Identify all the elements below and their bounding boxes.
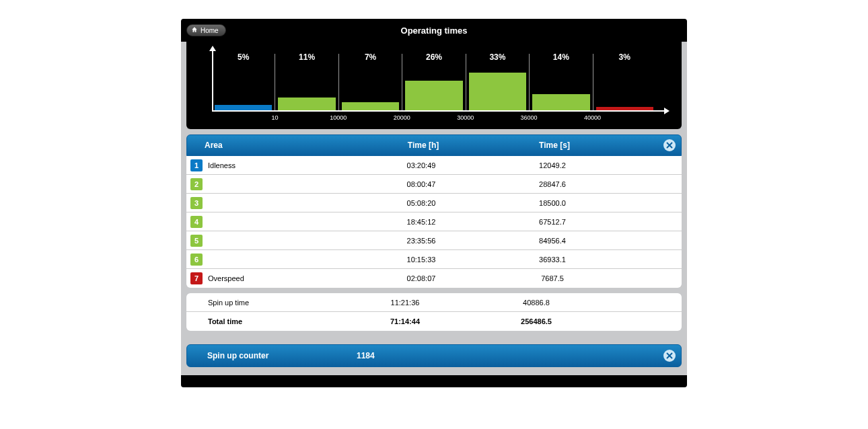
x-tick-label: 30000: [456, 114, 475, 121]
summary-row-total: Total time 71:14:44 256486.5: [186, 312, 682, 331]
spinup-time-h: 11:21:36: [341, 299, 469, 307]
header-area: Area: [205, 141, 359, 150]
counter-label: Spin up counter: [207, 351, 357, 360]
bar-fill: [342, 102, 399, 110]
total-label: Total time: [207, 317, 341, 325]
area-badge: 7: [190, 272, 203, 284]
bar-percent-label: 33%: [466, 52, 529, 62]
bar-fill: [215, 105, 272, 111]
row-time-h: 03:20:49: [357, 161, 485, 169]
header-time-s: Time [s]: [487, 141, 622, 150]
x-tick-label: 36000: [519, 114, 538, 121]
area-badge: 4: [190, 216, 203, 228]
row-time-s: 28847.6: [485, 180, 620, 188]
x-tick-label: 10: [265, 114, 284, 121]
chart-bar: 5%10: [212, 54, 275, 110]
row-time-h: 10:15:33: [357, 256, 485, 264]
bar-fill: [469, 73, 526, 110]
bar-percent-label: 26%: [402, 52, 465, 62]
table-row: 1Idleness03:20:4912049.2: [186, 156, 682, 175]
table-row: 7Overspeed02:08:077687.5: [186, 269, 682, 288]
chart-panel: 5%1011%100007%2000026%3000033%3600014%40…: [186, 42, 682, 129]
close-icon[interactable]: [663, 139, 676, 151]
bar-percent-label: 14%: [530, 52, 592, 62]
bar-fill: [278, 98, 335, 110]
app-window: Home Operating times 5%1011%100007%20000…: [181, 19, 687, 387]
x-tick-label: 20000: [392, 114, 411, 121]
area-badge: 1: [190, 159, 203, 171]
page-title: Operating times: [181, 26, 687, 36]
chart-bar: 7%20000: [339, 54, 402, 110]
bar-percent-label: 5%: [212, 52, 275, 62]
row-time-h: 02:08:07: [357, 274, 485, 282]
bar-fill: [532, 94, 589, 110]
top-bar: Home Operating times: [181, 19, 687, 42]
table-header: Area Time [h] Time [s]: [186, 134, 682, 156]
area-badge: 5: [190, 235, 203, 247]
row-time-s: 12049.2: [485, 161, 620, 169]
spinup-label: Spin up time: [207, 299, 341, 307]
bar-percent-label: 3%: [593, 52, 656, 62]
row-time-h: 23:35:56: [357, 237, 485, 245]
bar-percent-label: 11%: [275, 52, 338, 62]
table-row: 418:45:1267512.7: [186, 212, 682, 231]
row-label: Idleness: [207, 161, 357, 169]
chart-bars: 5%1011%100007%2000026%3000033%3600014%40…: [212, 54, 656, 110]
table-rows: 1Idleness03:20:4912049.2208:00:4728847.6…: [186, 156, 682, 288]
table-row: 523:35:5684956.4: [186, 231, 682, 250]
table-row: 208:00:4728847.6: [186, 175, 682, 194]
counter-bar: Spin up counter 1184: [186, 344, 682, 367]
area-badge: 6: [190, 254, 203, 266]
header-time-h: Time [h]: [359, 141, 487, 150]
home-icon: [191, 26, 198, 34]
close-icon[interactable]: [663, 350, 676, 362]
table-row: 610:15:3336933.1: [186, 250, 682, 269]
area-badge: 2: [190, 178, 203, 190]
summary-panel: Spin up time 11:21:36 40886.8 Total time…: [186, 293, 682, 331]
chart-bar: 3%: [593, 54, 656, 110]
area-badge: 3: [190, 197, 203, 209]
bottom-bar: [181, 375, 687, 387]
chart-bar: 26%30000: [402, 54, 466, 110]
row-time-s: 18500.0: [485, 199, 620, 207]
row-time-h: 05:08:20: [357, 199, 485, 207]
bar-percent-label: 7%: [339, 52, 402, 62]
row-time-s: 36933.1: [485, 256, 620, 264]
total-time-s: 256486.5: [469, 317, 604, 325]
x-axis: [212, 110, 665, 112]
row-label: Overspeed: [207, 274, 357, 282]
chart-bar: 33%36000: [466, 54, 530, 110]
bar-fill: [405, 81, 462, 110]
content-area: Area Time [h] Time [s] 1Idleness03:20:49…: [181, 134, 687, 367]
spinup-time-s: 40886.8: [469, 299, 604, 307]
x-tick-label: 10000: [329, 114, 348, 121]
chart-bar: 11%10000: [275, 54, 338, 110]
summary-row-spinup: Spin up time 11:21:36 40886.8: [186, 293, 682, 312]
row-time-h: 18:45:12: [357, 218, 485, 226]
row-time-s: 84956.4: [485, 237, 620, 245]
table-row: 305:08:2018500.0: [186, 194, 682, 212]
counter-value: 1184: [357, 351, 484, 360]
total-time-h: 71:14:44: [341, 317, 469, 325]
home-label: Home: [201, 27, 219, 34]
row-time-s: 67512.7: [485, 218, 620, 226]
chart-area: 5%1011%100007%2000026%3000033%3600014%40…: [203, 50, 665, 124]
x-tick-label: 40000: [583, 114, 602, 121]
row-time-s: 7687.5: [485, 274, 620, 282]
bar-fill: [596, 107, 653, 110]
home-button[interactable]: Home: [186, 24, 226, 36]
row-time-h: 08:00:47: [357, 180, 485, 188]
chart-bar: 14%40000: [530, 54, 593, 110]
